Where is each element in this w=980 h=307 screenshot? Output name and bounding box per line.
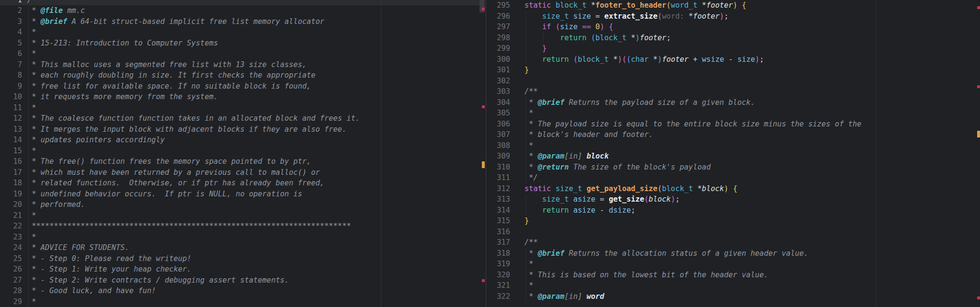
code-line[interactable]: 315} bbox=[486, 216, 980, 227]
code-line[interactable]: 318 * @brief Returns the allocation stat… bbox=[486, 248, 980, 259]
code-text: * bbox=[22, 296, 486, 307]
line-number: 3 bbox=[0, 16, 22, 27]
code-line[interactable]: 298 return (block_t *)footer; bbox=[486, 33, 980, 44]
code-text: * bbox=[22, 27, 486, 38]
column-ruler bbox=[381, 0, 381, 307]
error-marker bbox=[482, 279, 485, 282]
code-text: * bbox=[22, 232, 486, 243]
code-line[interactable]: 1/** bbox=[0, 0, 480, 5]
code-line[interactable]: 314 return asize - dsize; bbox=[486, 205, 980, 216]
code-line[interactable]: 8 * each roughly doubling in size. It fi… bbox=[0, 70, 486, 81]
code-line[interactable]: 11 * bbox=[0, 102, 486, 114]
code-line[interactable]: 22 *************************************… bbox=[0, 221, 486, 232]
code-text: */ bbox=[510, 172, 980, 183]
code-text: * @brief Returns the payload size of a g… bbox=[510, 97, 980, 108]
code-line[interactable]: 9 * free list for available space. If no… bbox=[0, 81, 486, 92]
indent-guide bbox=[525, 33, 526, 44]
code-text: * This is based on the lowest bit of the… bbox=[510, 270, 980, 281]
code-line[interactable]: 10 * it requests more memory from the sy… bbox=[0, 91, 486, 102]
code-line[interactable]: 28 * - Good luck, and have fun! bbox=[0, 285, 486, 296]
line-number: 297 bbox=[486, 22, 510, 33]
indent-guide bbox=[525, 54, 526, 65]
code-line[interactable]: 319 * bbox=[486, 259, 980, 270]
code-line[interactable]: 307 * block's header and footer. bbox=[486, 129, 980, 140]
code-line[interactable]: 299 } bbox=[486, 43, 980, 54]
code-line[interactable]: 13 * It merges the input block with adja… bbox=[0, 124, 486, 135]
indent-guide bbox=[28, 38, 29, 49]
code-text: * @return The size of the block's payloa… bbox=[510, 162, 980, 173]
code-line[interactable]: 21 * bbox=[0, 210, 486, 221]
line-number: 301 bbox=[486, 65, 510, 76]
code-line[interactable]: 12 * The coalesce function function take… bbox=[0, 113, 486, 124]
code-editor-left[interactable]: 1/**2 * @file mm.c3 * @brief A 64-bit st… bbox=[0, 0, 486, 307]
code-line[interactable]: 305 * bbox=[486, 108, 980, 119]
line-number: 295 bbox=[486, 0, 510, 11]
code-line[interactable]: 316 bbox=[486, 227, 980, 238]
code-line[interactable]: 296 size_t size = extract_size(word: *fo… bbox=[486, 11, 980, 22]
code-text: * bbox=[22, 102, 486, 114]
code-line[interactable]: 18 * related functions. Otherwise, or if… bbox=[0, 178, 486, 189]
code-line[interactable]: 300 return (block_t *)((char *)footer + … bbox=[486, 54, 980, 65]
line-number: 5 bbox=[0, 38, 22, 49]
code-line[interactable]: 322 * @param[in] word bbox=[486, 291, 980, 302]
code-line[interactable]: 306 * The payload size is equal to the e… bbox=[486, 119, 980, 130]
code-line[interactable]: 17 * which must have been returned by a … bbox=[0, 167, 486, 178]
code-line[interactable]: 20 * performed. bbox=[0, 199, 486, 210]
indent-guide bbox=[28, 5, 29, 16]
code-line[interactable]: 310 * @return The size of the block's pa… bbox=[486, 162, 980, 173]
code-text: * @brief A 64-bit struct-based implicit … bbox=[22, 16, 486, 27]
code-line[interactable]: 3 * @brief A 64-bit struct-based implici… bbox=[0, 16, 486, 27]
code-text: ****************************************… bbox=[22, 221, 486, 232]
code-line[interactable]: 14 * updates pointers accordingly bbox=[0, 135, 486, 146]
code-line[interactable]: 26 * - Step 1: Write your heap checker. bbox=[0, 264, 486, 275]
code-text: * - Step 0: Please read the writeup! bbox=[22, 253, 486, 264]
code-line[interactable]: 2 * @file mm.c bbox=[0, 5, 486, 16]
code-line[interactable]: 303/** bbox=[486, 86, 980, 97]
code-line[interactable]: 317/** bbox=[486, 237, 980, 248]
code-line[interactable]: 19 * undefined behavior occurs. If ptr i… bbox=[0, 189, 486, 200]
scrollbar-thumb[interactable] bbox=[479, 0, 485, 12]
indent-guide bbox=[28, 232, 29, 243]
code-line[interactable]: 15 * bbox=[0, 146, 486, 157]
line-number: 309 bbox=[486, 151, 510, 162]
line-number: 2 bbox=[0, 5, 22, 16]
code-line[interactable]: 7 * This malloc uses a segmented free li… bbox=[0, 59, 486, 70]
code-line[interactable]: 321 * bbox=[486, 280, 980, 291]
code-text: * undefined behavior occurs. If ptr is N… bbox=[22, 189, 486, 200]
code-line[interactable]: 295static block_t *footer_to_header(word… bbox=[486, 0, 980, 11]
code-line[interactable]: 308 * bbox=[486, 140, 980, 151]
code-line[interactable]: 5 * 15-213: Introduction to Computer Sys… bbox=[0, 38, 486, 49]
code-line[interactable]: 302 bbox=[486, 76, 980, 87]
code-line[interactable]: 313 size_t asize = get_size(block); bbox=[486, 194, 980, 205]
code-text: * which must have been returned by a pre… bbox=[22, 167, 486, 178]
indent-guide bbox=[28, 242, 29, 253]
indent-guide bbox=[525, 172, 526, 183]
editor-split-divider[interactable] bbox=[486, 0, 486, 307]
indent-guide bbox=[525, 162, 526, 173]
code-text: * bbox=[510, 280, 980, 291]
code-line[interactable]: 320 * This is based on the lowest bit of… bbox=[486, 270, 980, 281]
code-line[interactable]: 16 * The free() function frees the memor… bbox=[0, 156, 486, 167]
indent-guide bbox=[525, 291, 526, 302]
code-line[interactable]: 29 * bbox=[0, 296, 486, 307]
indent-guide bbox=[28, 221, 29, 232]
line-number: 19 bbox=[0, 189, 22, 200]
code-line[interactable]: 27 * - Step 2: Write contracts / debuggi… bbox=[0, 275, 486, 286]
line-number: 317 bbox=[486, 237, 510, 248]
code-line[interactable]: 304 * @brief Returns the payload size of… bbox=[486, 97, 980, 108]
code-line[interactable]: 311 */ bbox=[486, 172, 980, 183]
code-line[interactable]: 4 * bbox=[0, 27, 486, 38]
indent-guide bbox=[525, 22, 526, 33]
indent-guide bbox=[525, 205, 526, 216]
code-line[interactable]: 309 * @param[in] block bbox=[486, 151, 980, 162]
code-line[interactable]: 301} bbox=[486, 65, 980, 76]
code-editor-right[interactable]: 295static block_t *footer_to_header(word… bbox=[486, 0, 980, 307]
indent-guide bbox=[28, 135, 29, 146]
code-line[interactable]: 297 if (size == 0) { bbox=[486, 22, 980, 33]
code-line[interactable]: 24 * ADVICE FOR STUDENTS. bbox=[0, 242, 486, 253]
code-line[interactable]: 23 * bbox=[0, 232, 486, 243]
code-line[interactable]: 25 * - Step 0: Please read the writeup! bbox=[0, 253, 486, 264]
code-line[interactable]: 312static size_t get_payload_size(block_… bbox=[486, 183, 980, 194]
code-line[interactable]: 6 * bbox=[0, 48, 486, 59]
line-number: 22 bbox=[0, 221, 22, 232]
